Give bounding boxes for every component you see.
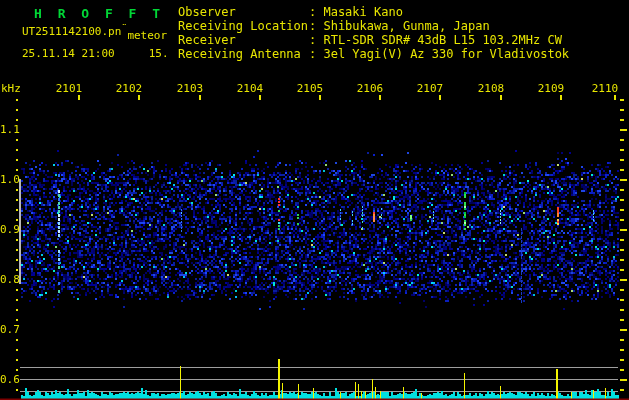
file-line: UT2511142100.pn¨meteor: [22, 26, 167, 37]
freq-tick-label: 1.1: [0, 124, 19, 135]
file-name: UT2511142100.pn: [22, 25, 121, 38]
info-row: Receiving Antenna: 3el Yagi(V) Az 330 fo…: [178, 48, 569, 62]
time-tick-label: 2102: [116, 83, 143, 94]
freq-unit-label: kHz: [1, 83, 21, 94]
info-row: Receiver: RTL-SDR SDR# 43dB L15 103.2MHz…: [178, 34, 569, 48]
info-label: Receiving Antenna: [178, 48, 309, 62]
time-tick-label: 2103: [177, 83, 204, 94]
datetime-label: 25.11.14 21:00: [22, 47, 115, 60]
time-tick-label: 2106: [357, 83, 384, 94]
date-line: 25.11.14 21:0015.: [22, 48, 169, 59]
time-tick-label: 2109: [538, 83, 565, 94]
info-row: Receiving Location: Shibukawa, Gunma, Ja…: [178, 20, 569, 34]
time-tick-label: 2107: [417, 83, 444, 94]
time-tick-label: 2110: [592, 83, 619, 94]
time-tick-label: 2101: [56, 83, 83, 94]
observation-info: Observer: Masaki KanoReceiving Location:…: [178, 6, 569, 62]
station-label: meteor: [127, 29, 167, 42]
count-label: 15.: [149, 47, 169, 60]
info-value: : 3el Yagi(V) Az 330 for Vladivostok: [309, 48, 569, 62]
info-row: Observer: Masaki Kano: [178, 6, 569, 20]
info-label: Observer: [178, 6, 309, 20]
freq-tick-label: 0.7: [0, 324, 19, 335]
info-value: : Masaki Kano: [309, 6, 403, 20]
freq-tick-label: 0.9: [0, 224, 19, 235]
info-value: : RTL-SDR SDR# 43dB L15 103.2MHz CW: [309, 34, 562, 48]
time-tick-label: 2105: [297, 83, 324, 94]
time-tick-label: 2104: [237, 83, 264, 94]
info-label: Receiving Location: [178, 20, 309, 34]
time-tick-label: 2108: [478, 83, 505, 94]
freq-tick-label: 1.0: [0, 174, 19, 185]
info-label: Receiver: [178, 34, 309, 48]
freq-tick-label: 0.8: [0, 274, 19, 285]
info-value: : Shibukawa, Gunma, Japan: [309, 20, 490, 34]
hrofft-screen: H R O F F T UT2511142100.pn¨meteor 25.11…: [0, 0, 629, 400]
freq-tick-label: 0.6: [0, 374, 19, 385]
app-title: H R O F F T: [34, 7, 164, 20]
